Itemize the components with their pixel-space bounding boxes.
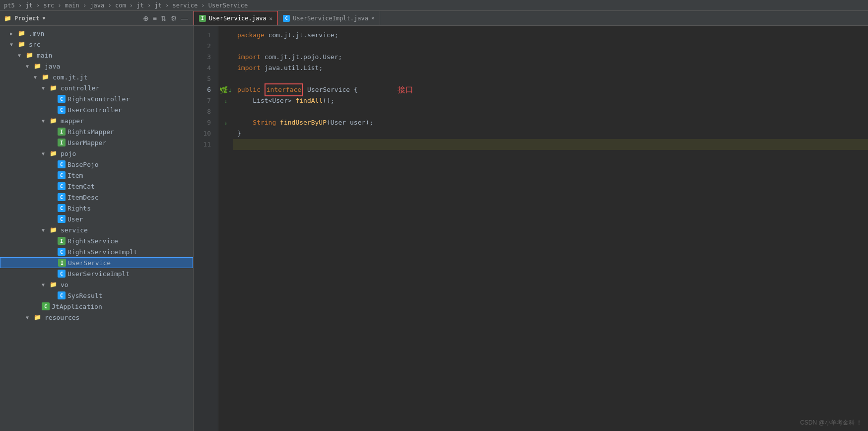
interface-icon-usermapper: I xyxy=(58,139,66,146)
code-editor: 1 2 3 4 5 6 7 8 9 10 11 🌿↓ xyxy=(194,26,868,431)
param-user: user xyxy=(346,117,365,128)
class-decl: UserService { xyxy=(303,84,358,95)
add-button[interactable]: ⊕ xyxy=(142,13,150,23)
sidebar-title: 📁 Project ▼ xyxy=(4,15,46,22)
label-sysresult: SysResult xyxy=(67,292,102,299)
line-num-1: 1 xyxy=(194,30,214,41)
tree-item-vo[interactable]: ▼ 📁 vo xyxy=(0,279,193,290)
tree-item-main[interactable]: ▼ 📁 main xyxy=(0,50,193,61)
gutter-line-4 xyxy=(218,63,233,73)
arrow-mapper: ▼ xyxy=(42,118,50,124)
label-main: main xyxy=(37,52,52,59)
folder-icon-comjtjt: 📁 xyxy=(42,73,51,80)
tree-item-rights[interactable]: ▶ C Rights xyxy=(0,203,193,214)
tab-userserviceimplt[interactable]: C UserServiceImplt.java ✕ xyxy=(278,11,380,25)
label-comjtjt: com.jt.jt xyxy=(53,73,87,81)
gutter-icon-7[interactable]: ↓ xyxy=(224,98,228,104)
minimize-button[interactable]: — xyxy=(180,13,189,23)
folder-icon: 📁 xyxy=(4,15,11,22)
tree-item-pojo[interactable]: ▼ 📁 pojo xyxy=(0,148,193,159)
tree-item-service[interactable]: ▼ 📁 service xyxy=(0,224,193,235)
tree-item-rightsmapper[interactable]: ▶ I RightsMapper xyxy=(0,126,193,137)
tab-icon-userservice: I xyxy=(199,15,206,22)
class-icon-item: C xyxy=(58,171,66,179)
tree-item-rightsserviceimplt[interactable]: ▶ C RightsServiceImplt xyxy=(0,246,193,257)
watermark: CSDN @小羊考金科 ！ xyxy=(800,419,862,427)
folder-icon-service: 📁 xyxy=(50,226,59,233)
code-content[interactable]: package com.jt.jt.service; import com.jt… xyxy=(233,26,868,431)
tab-icon-userserviceimplt: C xyxy=(283,15,290,22)
gutter-icon-9[interactable]: ↓ xyxy=(224,120,228,126)
folder-icon-main: 📁 xyxy=(26,52,35,59)
type-string: String xyxy=(253,117,276,128)
tree-item-user[interactable]: ▶ C User xyxy=(0,214,193,224)
label-user: User xyxy=(67,216,83,223)
keyword-import-2: import xyxy=(237,63,265,73)
tree-item-rightsservice[interactable]: ▶ I RightsService xyxy=(0,235,193,246)
tree-item-usermapper[interactable]: ▶ I UserMapper xyxy=(0,137,193,148)
tree-item-itemcat[interactable]: ▶ C ItemCat xyxy=(0,181,193,192)
arrow-java: ▼ xyxy=(26,64,34,69)
arrow-comjtjt: ▼ xyxy=(34,74,42,80)
arrow-src: ▼ xyxy=(10,42,18,47)
tree-item-src[interactable]: ▼ 📁 src xyxy=(0,39,193,50)
class-icon-user: C xyxy=(58,215,66,223)
tree-item-item[interactable]: ▶ C Item xyxy=(0,170,193,181)
line-num-11: 11 xyxy=(194,139,214,150)
keyword-public: public xyxy=(237,84,265,95)
tab-userservice[interactable]: I UserService.java ✕ xyxy=(194,11,278,25)
tree-item-resources[interactable]: ▼ 📁 resources xyxy=(0,312,193,323)
tree-item-mvn[interactable]: ▶ 📁 .mvn xyxy=(0,28,193,39)
annotation-chinese-interface: 接口 xyxy=(398,84,413,95)
collapse-all-button[interactable]: ≡ xyxy=(152,13,158,23)
tree-item-userservice[interactable]: ▶ I UserService xyxy=(0,257,193,268)
arrow-resources: ▼ xyxy=(26,315,34,320)
class-icon-basepojo: C xyxy=(58,160,66,168)
tree-item-rightscontroller[interactable]: ▶ C RightsController xyxy=(0,93,193,104)
line-num-9: 9 xyxy=(194,117,214,128)
label-rights: Rights xyxy=(67,205,91,212)
gutter-line-10 xyxy=(218,128,233,139)
arrow-service: ▼ xyxy=(42,227,50,233)
tree-item-comjtjt[interactable]: ▼ 📁 com.jt.jt xyxy=(0,72,193,82)
code-line-9: String findUserByUP(User user); xyxy=(233,117,868,128)
arrow-mvn: ▶ xyxy=(10,31,18,36)
type-user-2: User xyxy=(331,117,346,128)
interface-keyword-box: interface xyxy=(265,83,303,96)
sidebar-toolbar: ⊕ ≡ ⇅ ⚙ — xyxy=(142,13,189,23)
code-line-7: List<User> findAll(); xyxy=(233,95,868,106)
dropdown-icon: ▼ xyxy=(43,15,46,21)
label-usercontroller: UserController xyxy=(67,106,122,114)
tree-item-jtapplication[interactable]: ▶ C JtApplication xyxy=(0,301,193,312)
code-line-5 xyxy=(233,73,868,84)
gutter-icon-6[interactable]: 🌿↓ xyxy=(219,86,232,94)
tree-item-controller[interactable]: ▼ 📁 controller xyxy=(0,82,193,93)
line-numbers: 1 2 3 4 5 6 7 8 9 10 11 xyxy=(194,26,218,431)
folder-icon-mapper: 📁 xyxy=(50,117,59,124)
keyword-import-1: import xyxy=(237,52,265,63)
tree-item-sysresult[interactable]: ▶ C SysResult xyxy=(0,290,193,301)
tab-close-userservice[interactable]: ✕ xyxy=(269,15,273,22)
tree-item-mapper[interactable]: ▼ 📁 mapper xyxy=(0,115,193,126)
tab-label-userservice: UserService.java xyxy=(209,15,267,22)
gutter-line-7: ↓ xyxy=(218,95,233,106)
tree-item-userserviceimplt[interactable]: ▶ C UserServiceImplt xyxy=(0,268,193,279)
tree-item-itemdesc[interactable]: ▶ C ItemDesc xyxy=(0,192,193,203)
method-findall: findAll xyxy=(292,95,323,106)
interface-icon-userservice: I xyxy=(58,259,66,267)
settings-button[interactable]: ⚙ xyxy=(170,13,178,23)
tree-item-basepojo[interactable]: ▶ C BasePojo xyxy=(0,159,193,170)
line-num-6: 6 xyxy=(194,84,214,95)
class-icon-rightscontroller: C xyxy=(58,95,66,103)
label-userservice: UserService xyxy=(68,259,111,267)
breadcrumb: pt5 › jt › src › main › java › com › jt … xyxy=(4,2,248,9)
tree-item-java[interactable]: ▼ 📁 java xyxy=(0,61,193,72)
label-rightsmapper: RightsMapper xyxy=(67,128,114,136)
tree-item-usercontroller[interactable]: ▶ C UserController xyxy=(0,104,193,115)
label-src: src xyxy=(29,41,40,48)
expand-button[interactable]: ⇅ xyxy=(160,13,168,23)
tab-close-userserviceimplt[interactable]: ✕ xyxy=(371,15,375,21)
code-line-4: import java.util.List; xyxy=(233,63,868,73)
label-mapper: mapper xyxy=(61,117,84,125)
pkg-name-1: com.jt.jt.service xyxy=(268,30,334,41)
